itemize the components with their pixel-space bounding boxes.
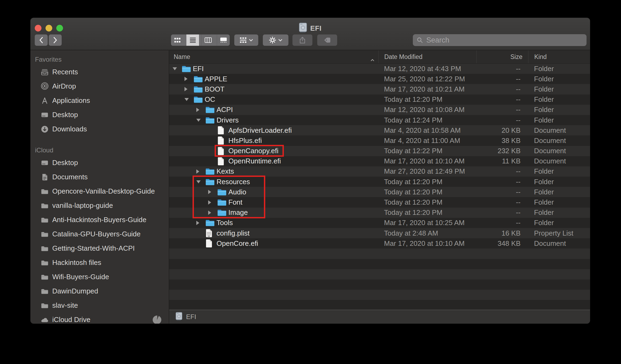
file-name: config.plist [217,229,250,237]
gallery-view-button[interactable] [217,34,230,46]
sidebar-item-airdrop[interactable]: AirDrop [30,79,169,93]
file-list: EFI Mar 12, 2020 at 4:43 PM -- Folder AP… [169,64,590,310]
sidebar-item-anti-hackintosh-buyers-guide[interactable]: Anti-Hackintosh-Buyers-Guide [30,213,169,227]
file-size: 11 KB [476,157,528,165]
search-input[interactable] [426,36,583,45]
chevron-down-icon [278,39,282,41]
folder-icon [194,86,203,93]
row-opencanopy-efi[interactable]: OpenCanopy.efi Today at 12:22 PM 232 KB … [169,146,590,156]
file-kind: Property List [528,229,590,237]
disclosure-triangle[interactable] [196,108,205,112]
disclosure-triangle[interactable] [184,98,194,101]
disclosure-triangle[interactable] [184,77,194,81]
disclosure-triangle[interactable] [196,180,205,183]
close-button[interactable] [35,25,41,32]
sidebar-item-getting-started-with-acpi[interactable]: Getting-Started-With-ACPI [30,241,169,256]
row-efi[interactable]: EFI Mar 12, 2020 at 4:43 PM -- Folder [169,64,590,74]
sidebar-item-recents[interactable]: Recents [30,65,169,79]
row-audio[interactable]: Audio Today at 12:20 PM -- Folder [169,187,590,197]
zoom-button[interactable] [56,25,63,32]
date-modified: Mar 12, 2020 at 10:08 AM [378,106,476,114]
column-view-button[interactable] [201,34,214,46]
icon-view-button[interactable] [171,34,184,46]
gear-icon [269,37,276,44]
row-config-plist[interactable]: config.plist Today at 2:48 AM 16 KB Prop… [169,228,590,238]
sidebar-item-hackintosh-files[interactable]: Hackintosh files [30,256,169,270]
sidebar-item-slav-site[interactable]: slav-site [30,298,169,313]
file-name: ACPI [217,106,233,114]
disclosure-triangle[interactable] [173,67,182,70]
column-header-date-modified[interactable]: Date Modified [378,50,476,63]
file-kind: Folder [528,65,590,73]
date-modified: Today at 12:20 PM [378,208,476,217]
column-header-kind[interactable]: Kind [528,50,590,63]
row-oc[interactable]: OC Today at 12:20 PM -- Folder [169,94,590,105]
sidebar-item-wifi-buyers-guide[interactable]: Wifi-Buyers-Guide [30,270,169,284]
column-header-name[interactable]: Name [169,50,378,63]
share-button[interactable] [292,34,312,46]
disclosure-triangle[interactable] [184,87,194,91]
row-image[interactable]: Image Today at 12:20 PM -- Folder [169,208,590,218]
date-modified: Today at 12:20 PM [378,188,476,196]
sidebar-item-desktop[interactable]: Desktop [30,156,169,170]
folder-icon [40,287,49,296]
disclosure-triangle[interactable] [208,190,217,194]
row-drivers[interactable]: Drivers Today at 12:24 PM -- Folder [169,115,590,125]
row-apple[interactable]: APPLE Mar 25, 2020 at 12:22 PM -- Folder [169,74,590,84]
disclosure-triangle[interactable] [196,169,205,174]
row-openruntime-efi[interactable]: OpenRuntime.efi Mar 17, 2020 at 10:10 AM… [169,156,590,166]
file-list-pane: Name Date Modified Size Kind EFI Mar 12,… [169,50,590,324]
window-title: EFI [310,24,322,33]
row-opencore-efi[interactable]: OpenCore.efi Mar 17, 2020 at 10:10 AM 34… [169,238,590,248]
disclosure-triangle[interactable] [208,200,217,205]
disclosure-triangle[interactable] [208,211,217,215]
list-view-button[interactable] [186,34,199,46]
tags-button[interactable] [317,34,337,46]
file-size: -- [476,65,528,73]
empty-row [169,290,590,300]
file-name: APPLE [205,75,227,83]
disclosure-triangle[interactable] [196,119,205,122]
sidebar-item-vanilla-laptop-guide[interactable]: vanilla-laptop-guide [30,198,169,213]
column-header-size[interactable]: Size [476,50,528,63]
row-acpi[interactable]: ACPI Mar 12, 2020 at 10:08 AM -- Folder [169,105,590,115]
forward-button[interactable] [49,34,62,46]
back-button[interactable] [35,34,48,46]
sidebar-item-dawindumped[interactable]: DawinDumped [30,284,169,298]
file-name: Audio [228,188,246,196]
documents-icon [40,173,49,181]
folder-icon [40,216,49,224]
group-by-icon [240,37,247,43]
sidebar-section-label: iCloud [30,145,169,156]
sidebar: Favorites Recents AirDrop Applications D… [30,50,169,324]
row-tools[interactable]: Tools Mar 17, 2020 at 10:25 AM -- Folder [169,218,590,228]
sidebar-item-applications[interactable]: Applications [30,93,169,108]
date-modified: Mar 17, 2020 at 10:10 AM [378,157,476,165]
row-kexts[interactable]: Kexts Mar 27, 2020 at 12:49 PM -- Folder [169,166,590,177]
chevron-down-icon [249,39,253,41]
disclosure-triangle[interactable] [196,221,205,225]
sidebar-item-documents[interactable]: Documents [30,170,169,184]
sidebar-item-opencore-vanilla-desktop-guide[interactable]: Opencore-Vanilla-Desktop-Guide [30,184,169,198]
file-kind: Folder [528,208,590,217]
search-field[interactable] [413,34,587,46]
row-resources[interactable]: Resources Today at 12:20 PM -- Folder [169,177,590,187]
file-size: -- [476,85,528,93]
group-by-button[interactable] [234,34,258,46]
minimize-button[interactable] [46,25,52,32]
row-font[interactable]: Font Today at 12:20 PM -- Folder [169,197,590,207]
row-apfsdriverloader-efi[interactable]: ApfsDriverLoader.efi Mar 4, 2020 at 10:5… [169,125,590,135]
sidebar-item-downloads[interactable]: Downloads [30,122,169,136]
chevron-right-icon [53,37,57,43]
row-boot[interactable]: BOOT Mar 17, 2020 at 10:21 AM -- Folder [169,84,590,94]
sidebar-item-icloud-drive[interactable]: iCloud Drive [30,313,169,324]
folder-icon [205,178,215,186]
empty-row [169,248,590,259]
sort-ascending-icon [371,56,374,63]
action-menu-button[interactable] [263,34,288,46]
sidebar-item-desktop[interactable]: Desktop [30,108,169,122]
sidebar-item-catalina-gpu-buyers-guide[interactable]: Catalina-GPU-Buyers-Guide [30,227,169,241]
row-hfsplus-efi[interactable]: HfsPlus.efi Mar 4, 2020 at 11:00 AM 38 K… [169,135,590,146]
date-modified: Mar 17, 2020 at 10:25 AM [378,219,476,227]
date-modified: Mar 12, 2020 at 4:43 PM [378,65,476,73]
